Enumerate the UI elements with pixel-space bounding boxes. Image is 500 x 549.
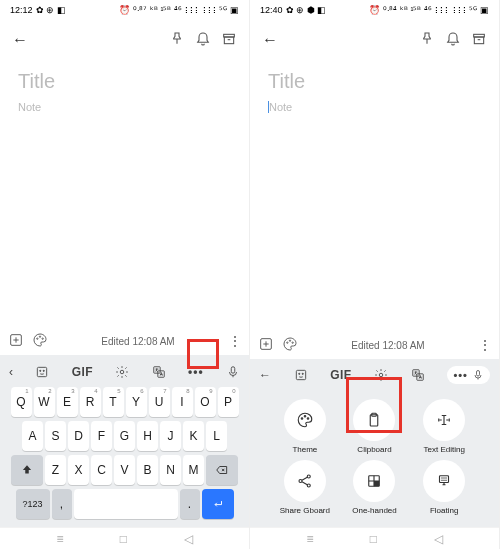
status-time: 12:12 bbox=[10, 5, 33, 15]
svg-point-3 bbox=[37, 338, 38, 339]
period-key[interactable]: . bbox=[180, 489, 200, 519]
key-q[interactable]: Q1 bbox=[11, 387, 32, 417]
svg-point-28 bbox=[307, 418, 309, 420]
nav-back-icon[interactable]: ◁ bbox=[184, 532, 193, 546]
floating-option[interactable]: Floating bbox=[412, 460, 476, 515]
note-input[interactable]: Note bbox=[18, 101, 231, 113]
numbers-key[interactable]: ?123 bbox=[16, 489, 50, 519]
note-input[interactable]: Note bbox=[268, 101, 481, 113]
archive-icon[interactable] bbox=[221, 31, 237, 49]
enter-key[interactable] bbox=[202, 489, 234, 519]
key-a[interactable]: A bbox=[22, 421, 43, 451]
archive-icon[interactable] bbox=[471, 31, 487, 49]
note-footer: Edited 12:08 AM ⋮ bbox=[0, 327, 249, 355]
svg-point-22 bbox=[379, 373, 383, 377]
sticker-icon[interactable] bbox=[294, 368, 308, 382]
key-h[interactable]: H bbox=[137, 421, 158, 451]
key-n[interactable]: N bbox=[160, 455, 181, 485]
key-z[interactable]: Z bbox=[45, 455, 66, 485]
key-g[interactable]: G bbox=[114, 421, 135, 451]
share-option[interactable]: Share Gboard bbox=[273, 460, 337, 515]
nav-back-icon[interactable]: ◁ bbox=[434, 532, 443, 546]
add-icon[interactable] bbox=[258, 336, 274, 354]
gboard-panel: ← GIF ••• Theme Clipboard Text Editing bbox=[250, 359, 499, 527]
nav-home-icon[interactable]: □ bbox=[370, 532, 377, 546]
clipboard-option[interactable]: Clipboard bbox=[343, 399, 407, 454]
note-content[interactable]: Title Note bbox=[250, 60, 499, 331]
pin-icon[interactable] bbox=[169, 31, 185, 49]
backspace-key[interactable] bbox=[206, 455, 238, 485]
svg-rect-6 bbox=[38, 367, 47, 376]
reminder-icon[interactable] bbox=[445, 31, 461, 49]
theme-option[interactable]: Theme bbox=[273, 399, 337, 454]
key-f[interactable]: F bbox=[91, 421, 112, 451]
more-icon[interactable]: ⋮ bbox=[228, 333, 241, 349]
phone-screen-right: 12:40 ✿ ⊕ ⬢ ◧ ⏰ ⁰·⁸⁴ ᵏᴮ ¹⁵ᴮ ⁴⁶ ⫶⫶⫶ ⫶⫶⫶ ⁵… bbox=[250, 0, 500, 549]
key-s[interactable]: S bbox=[45, 421, 66, 451]
key-o[interactable]: O9 bbox=[195, 387, 216, 417]
key-e[interactable]: E3 bbox=[57, 387, 78, 417]
key-d[interactable]: D bbox=[68, 421, 89, 451]
key-t[interactable]: T5 bbox=[103, 387, 124, 417]
more-pill[interactable]: ••• bbox=[447, 366, 490, 384]
key-k[interactable]: K bbox=[183, 421, 204, 451]
svg-rect-1 bbox=[224, 37, 233, 44]
panel-back-icon[interactable]: ← bbox=[259, 368, 271, 382]
title-input[interactable]: Title bbox=[18, 70, 231, 93]
settings-icon[interactable] bbox=[374, 368, 388, 382]
reminder-icon[interactable] bbox=[195, 31, 211, 49]
back-icon[interactable]: ← bbox=[12, 31, 28, 49]
key-m[interactable]: M bbox=[183, 455, 204, 485]
gif-icon[interactable]: GIF bbox=[330, 368, 352, 382]
svg-point-4 bbox=[39, 336, 40, 337]
key-v[interactable]: V bbox=[114, 455, 135, 485]
more-dots-icon[interactable]: ••• bbox=[188, 365, 204, 379]
translate-icon[interactable] bbox=[411, 368, 425, 382]
mic-icon[interactable] bbox=[226, 365, 240, 379]
space-key[interactable] bbox=[74, 489, 178, 519]
settings-icon[interactable] bbox=[115, 365, 129, 379]
key-j[interactable]: J bbox=[160, 421, 181, 451]
toolbar-back-icon[interactable]: ‹ bbox=[9, 365, 13, 379]
status-icons-left: ✿ ⊕ ◧ bbox=[36, 5, 66, 15]
nav-home-icon[interactable]: □ bbox=[120, 532, 127, 546]
nav-recents-icon[interactable]: ≡ bbox=[306, 532, 313, 546]
svg-rect-14 bbox=[474, 37, 483, 44]
back-icon[interactable]: ← bbox=[262, 31, 278, 49]
key-b[interactable]: B bbox=[137, 455, 158, 485]
onehanded-option[interactable]: One-handed bbox=[343, 460, 407, 515]
key-y[interactable]: Y6 bbox=[126, 387, 147, 417]
more-icon[interactable]: ⋮ bbox=[478, 337, 491, 353]
text-editing-option[interactable]: Text Editing bbox=[412, 399, 476, 454]
shift-key[interactable] bbox=[11, 455, 43, 485]
status-icons-right: ⏰ ⁰·⁸⁴ ᵏᴮ ¹⁵ᴮ ⁴⁶ ⫶⫶⫶ ⫶⫶⫶ ⁵ᴳ ▣ bbox=[369, 5, 489, 15]
svg-point-20 bbox=[298, 373, 299, 374]
add-icon[interactable] bbox=[8, 332, 24, 350]
palette-icon[interactable] bbox=[282, 336, 298, 354]
svg-point-33 bbox=[307, 484, 310, 487]
status-icons-left: ✿ ⊕ ⬢ ◧ bbox=[286, 5, 327, 15]
gif-icon[interactable]: GIF bbox=[72, 365, 94, 379]
pin-icon[interactable] bbox=[419, 31, 435, 49]
key-c[interactable]: C bbox=[91, 455, 112, 485]
nav-recents-icon[interactable]: ≡ bbox=[56, 532, 63, 546]
key-p[interactable]: P0 bbox=[218, 387, 239, 417]
nav-bar: ≡ □ ◁ bbox=[250, 527, 499, 549]
key-i[interactable]: I8 bbox=[172, 387, 193, 417]
sticker-icon[interactable] bbox=[35, 365, 49, 379]
key-l[interactable]: L bbox=[206, 421, 227, 451]
key-w[interactable]: W2 bbox=[34, 387, 55, 417]
svg-point-9 bbox=[121, 370, 125, 374]
key-u[interactable]: U7 bbox=[149, 387, 170, 417]
translate-icon[interactable] bbox=[152, 365, 166, 379]
title-input[interactable]: Title bbox=[268, 70, 481, 93]
key-x[interactable]: X bbox=[68, 455, 89, 485]
comma-key[interactable]: , bbox=[52, 489, 72, 519]
app-bar: ← bbox=[0, 20, 249, 60]
note-content[interactable]: Title Note bbox=[0, 60, 249, 327]
keyboard-toolbar: ‹ GIF ••• bbox=[3, 359, 246, 385]
key-r[interactable]: R4 bbox=[80, 387, 101, 417]
svg-point-8 bbox=[43, 370, 44, 371]
palette-icon[interactable] bbox=[32, 332, 48, 350]
svg-point-31 bbox=[299, 480, 302, 483]
